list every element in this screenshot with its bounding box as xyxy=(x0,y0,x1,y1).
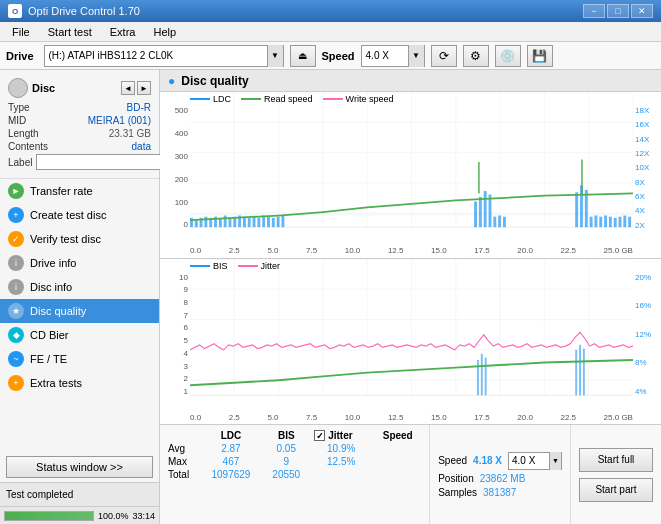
position-label: Position xyxy=(438,473,474,484)
svg-rect-55 xyxy=(628,217,631,227)
cd-bier-label: CD Bier xyxy=(30,329,69,341)
nav-transfer-rate[interactable]: ► Transfer rate xyxy=(0,179,159,203)
svg-rect-37 xyxy=(474,202,477,228)
contents-label: Contents xyxy=(8,141,48,152)
nav-disc-info[interactable]: i Disc info xyxy=(0,275,159,299)
start-part-button[interactable]: Start part xyxy=(579,478,653,502)
verify-test-disc-label: Verify test disc xyxy=(30,233,101,245)
speed-label: Speed xyxy=(322,50,355,62)
chart1-y-left: 5004003002001000 xyxy=(160,92,190,244)
speed-stats: Speed 4.18 X 4.0 X ▼ Position 23862 MB S… xyxy=(429,425,570,524)
col-speed: Speed xyxy=(372,429,423,442)
menu-extra[interactable]: Extra xyxy=(102,25,144,39)
total-bis: 20550 xyxy=(262,468,310,481)
nav-cd-bier[interactable]: ◆ CD Bier xyxy=(0,323,159,347)
max-label: Max xyxy=(166,455,200,468)
svg-rect-39 xyxy=(484,191,487,227)
total-ldc: 1097629 xyxy=(200,468,263,481)
settings-button[interactable]: ⚙ xyxy=(463,45,489,67)
progress-bar-inner xyxy=(5,512,93,520)
ldc-legend-label: LDC xyxy=(213,94,231,104)
extra-tests-label: Extra tests xyxy=(30,377,82,389)
speed-value: 4.18 X xyxy=(473,455,502,466)
jitter-legend-label: Jitter xyxy=(261,261,281,271)
stats-table: LDC BIS ✓ Jitter Speed Avg 2.87 xyxy=(160,425,429,524)
charts-area: LDC Read speed Write speed 5004003002001… xyxy=(160,92,661,424)
svg-rect-77 xyxy=(579,344,581,395)
action-buttons: Start full Start part xyxy=(570,425,661,524)
nav-fe-te[interactable]: ~ FE / TE xyxy=(0,347,159,371)
menu-start-test[interactable]: Start test xyxy=(40,25,100,39)
col-ldc: LDC xyxy=(200,429,263,442)
stats-area: LDC BIS ✓ Jitter Speed Avg 2.87 xyxy=(160,424,661,524)
chart2-y-right: 20%16%12%8%4% xyxy=(633,259,661,411)
sidebar: Disc ◄ ► Type BD-R MID MEIRA1 (001) Leng… xyxy=(0,70,160,524)
chart1-inner xyxy=(190,92,633,244)
speed-dropdown-arrow[interactable]: ▼ xyxy=(408,45,424,67)
total-label: Total xyxy=(166,468,200,481)
title-bar: O Opti Drive Control 1.70 − □ ✕ xyxy=(0,0,661,22)
svg-rect-74 xyxy=(481,353,483,395)
panel-header-icon: ● xyxy=(168,74,175,88)
drive-info-label: Drive info xyxy=(30,257,76,269)
mid-value: MEIRA1 (001) xyxy=(88,115,151,126)
status-window-button[interactable]: Status window >> xyxy=(6,456,153,478)
svg-rect-34 xyxy=(272,218,275,227)
bis-legend-label: BIS xyxy=(213,261,228,271)
samples-value: 381387 xyxy=(483,487,516,498)
nav-disc-quality[interactable]: ★ Disc quality xyxy=(0,299,159,323)
close-button[interactable]: ✕ xyxy=(631,4,653,18)
chart2-svg xyxy=(190,259,633,411)
col-bis: BIS xyxy=(262,429,310,442)
save-button[interactable]: 💾 xyxy=(527,45,553,67)
svg-rect-50 xyxy=(604,216,607,228)
menu-file[interactable]: File xyxy=(4,25,38,39)
create-test-disc-label: Create test disc xyxy=(30,209,106,221)
transfer-rate-icon: ► xyxy=(8,183,24,199)
label-input[interactable] xyxy=(36,154,169,170)
right-panel: ● Disc quality LDC Read speed xyxy=(160,70,661,524)
svg-rect-47 xyxy=(590,217,593,227)
svg-rect-52 xyxy=(614,218,617,227)
length-value: 23.31 GB xyxy=(109,128,151,139)
max-jitter: 12.5% xyxy=(310,455,372,468)
cd-bier-icon: ◆ xyxy=(8,327,24,343)
speed-select[interactable]: 4.0 X xyxy=(362,50,408,61)
svg-rect-35 xyxy=(277,217,280,227)
minimize-button[interactable]: − xyxy=(583,4,605,18)
jitter-checkbox[interactable]: ✓ xyxy=(314,430,325,441)
svg-rect-41 xyxy=(493,217,496,227)
drive-dropdown-arrow[interactable]: ▼ xyxy=(267,45,283,67)
nav-drive-info[interactable]: i Drive info xyxy=(0,251,159,275)
disc-button[interactable]: 💿 xyxy=(495,45,521,67)
status-bar: Test completed xyxy=(0,482,159,506)
nav-extra-tests[interactable]: + Extra tests xyxy=(0,371,159,395)
time-display: 33:14 xyxy=(132,511,155,521)
eject-button[interactable]: ⏏ xyxy=(290,45,316,67)
svg-rect-49 xyxy=(599,217,602,227)
disc-icon xyxy=(8,78,28,98)
start-full-button[interactable]: Start full xyxy=(579,448,653,472)
drive-bar: Drive (H:) ATAPI iHBS112 2 CL0K ▼ ⏏ Spee… xyxy=(0,42,661,70)
refresh-button[interactable]: ⟳ xyxy=(431,45,457,67)
nav-verify-test-disc[interactable]: ✓ Verify test disc xyxy=(0,227,159,251)
nav-create-test-disc[interactable]: + Create test disc xyxy=(0,203,159,227)
svg-rect-33 xyxy=(267,217,270,227)
length-label: Length xyxy=(8,128,39,139)
maximize-button[interactable]: □ xyxy=(607,4,629,18)
create-test-disc-icon: + xyxy=(8,207,24,223)
drive-select[interactable]: (H:) ATAPI iHBS112 2 CL0K xyxy=(45,50,267,61)
app-icon: O xyxy=(8,4,22,18)
svg-rect-31 xyxy=(257,218,260,227)
disc-next-button[interactable]: ► xyxy=(137,81,151,95)
menu-help[interactable]: Help xyxy=(145,25,184,39)
svg-rect-29 xyxy=(248,218,251,227)
avg-bis: 0.05 xyxy=(262,442,310,455)
svg-rect-73 xyxy=(477,360,479,395)
write-legend-label: Write speed xyxy=(346,94,394,104)
svg-rect-76 xyxy=(575,349,577,394)
speed-select-arrow[interactable]: ▼ xyxy=(549,452,561,470)
position-value: 23862 MB xyxy=(480,473,526,484)
speed-select-display[interactable]: 4.0 X xyxy=(509,455,549,466)
disc-prev-button[interactable]: ◄ xyxy=(121,81,135,95)
